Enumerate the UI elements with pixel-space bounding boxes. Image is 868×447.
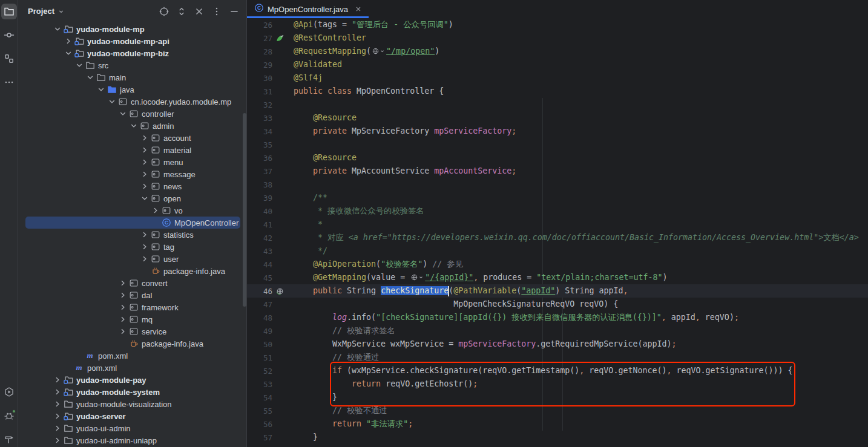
- code-line-35[interactable]: 35: [247, 138, 868, 151]
- code-line-43[interactable]: 43 */: [247, 244, 868, 258]
- code-line-48[interactable]: 48 log.info("[checkSignature][appId({}) …: [247, 311, 868, 324]
- tree-item-message[interactable]: message: [18, 168, 246, 180]
- code-line-50[interactable]: 50 WxMpService wxMpService = mpServiceFa…: [247, 338, 868, 351]
- chevron-right-icon[interactable]: [117, 278, 128, 288]
- chevron-right-icon[interactable]: [117, 302, 128, 312]
- chevron-right-icon[interactable]: [52, 423, 62, 433]
- chevron-right-icon[interactable]: [139, 230, 150, 240]
- tree-item-menu[interactable]: menu: [18, 156, 246, 168]
- tree-item-yudao-module-mp-api[interactable]: yudao-module-mp-api: [18, 35, 246, 47]
- rest-api-gutter-icon[interactable]: [272, 287, 287, 296]
- chevron-down-icon[interactable]: [139, 194, 150, 203]
- chevron-down-icon[interactable]: [117, 109, 128, 119]
- more-options-icon[interactable]: [211, 5, 223, 18]
- editor-tab[interactable]: C MpOpenController.java: [247, 0, 369, 18]
- code-line-56[interactable]: 56 return "非法请求";: [247, 417, 868, 431]
- code-line-26[interactable]: 26@Api(tags = "管理后台 - 公众号回调"): [247, 18, 868, 31]
- code-line-27[interactable]: 27@RestController: [247, 31, 868, 45]
- code-line-29[interactable]: 29@Validated: [247, 58, 868, 71]
- tree-item-MpOpenController[interactable]: CMpOpenController: [18, 217, 246, 229]
- expand-collapse-icon[interactable]: [176, 5, 188, 18]
- tree-item-yudao-ui-admin-uniapp[interactable]: yudao-ui-admin-uniapp: [18, 434, 246, 446]
- tree-item-yudao-module-system[interactable]: yudao-module-system: [18, 386, 246, 398]
- code-line-38[interactable]: 38: [247, 178, 868, 191]
- chevron-right-icon[interactable]: [139, 254, 150, 264]
- chevron-right-icon[interactable]: [139, 181, 150, 191]
- tree-item-main[interactable]: main: [18, 71, 246, 83]
- chevron-down-icon[interactable]: [74, 60, 84, 70]
- tree-item-material[interactable]: material: [18, 144, 246, 156]
- close-icon[interactable]: [354, 5, 363, 13]
- tree-item-statistics[interactable]: statistics: [18, 229, 246, 241]
- project-tree[interactable]: yudao-module-mpyudao-module-mp-apiyudao-…: [18, 23, 246, 447]
- tree-item-package-info-java[interactable]: package-info.java: [18, 338, 246, 350]
- code-line-46[interactable]: 46 public String checkSignature(@PathVar…: [247, 284, 868, 298]
- code-line-57[interactable]: 57 }: [247, 431, 868, 444]
- tree-item-pom-xml[interactable]: mpom.xml: [18, 350, 246, 362]
- chevron-right-icon[interactable]: [52, 399, 62, 409]
- chevron-down-icon[interactable]: [63, 48, 73, 58]
- tree-item-news[interactable]: news: [18, 180, 246, 192]
- tree-item-yudao-ui-admin[interactable]: yudao-ui-admin: [18, 422, 246, 434]
- project-panel-title[interactable]: Project: [28, 7, 54, 16]
- chevron-right-icon[interactable]: [139, 133, 150, 143]
- chevron-right-icon[interactable]: [117, 327, 128, 336]
- tree-item-yudao-module-pay[interactable]: yudao-module-pay: [18, 374, 246, 386]
- tree-item-controller[interactable]: controller: [18, 108, 246, 120]
- code-line-47[interactable]: 47 MpOpenCheckSignatureReqVO reqVO) {: [247, 298, 868, 311]
- build-icon[interactable]: [1, 431, 17, 447]
- tree-item-open[interactable]: open: [18, 192, 246, 204]
- chevron-right-icon[interactable]: [63, 36, 73, 46]
- tree-item-yudao-module-visualization[interactable]: yudao-module-visualization: [18, 398, 246, 410]
- code-line-45[interactable]: 45 @GetMapping(value = "/{appId}", produ…: [247, 271, 868, 284]
- spring-bean-gutter-icon[interactable]: [272, 34, 287, 43]
- tree-item-service[interactable]: service: [18, 325, 246, 338]
- tree-item-yudao-server[interactable]: yudao-server: [18, 410, 246, 422]
- chevron-right-icon[interactable]: [117, 290, 128, 300]
- url-inlay-globe-icon[interactable]: [410, 273, 424, 281]
- commit-icon[interactable]: [1, 27, 17, 43]
- chevron-down-icon[interactable]: [96, 85, 106, 94]
- url-inlay-globe-icon[interactable]: [372, 47, 385, 55]
- code-line-28[interactable]: 28@RequestMapping("/mp/open"): [247, 45, 868, 58]
- tree-item-java[interactable]: java: [18, 83, 246, 96]
- code-line-44[interactable]: 44 @ApiOperation("校验签名") // 参见: [247, 258, 868, 271]
- chevron-right-icon[interactable]: [52, 411, 62, 421]
- chevron-down-icon[interactable]: [85, 73, 95, 82]
- tree-item-framework[interactable]: framework: [18, 301, 246, 313]
- code-line-34[interactable]: 34 private MpServiceFactory mpServiceFac…: [247, 125, 868, 138]
- code-line-31[interactable]: 31public class MpOpenController {: [247, 85, 868, 98]
- chevron-right-icon[interactable]: [117, 315, 128, 324]
- tree-item-account[interactable]: account: [18, 132, 246, 144]
- code-line-32[interactable]: 32: [247, 98, 868, 111]
- tree-item-dal[interactable]: dal: [18, 289, 246, 301]
- chevron-down-icon[interactable]: [107, 97, 117, 106]
- tree-item-mq[interactable]: mq: [18, 313, 246, 325]
- tree-item-yudao-module-mp-biz[interactable]: yudao-module-mp-biz: [18, 47, 246, 59]
- hide-panel-icon[interactable]: [228, 5, 240, 18]
- chevron-right-icon[interactable]: [139, 157, 150, 167]
- project-icon[interactable]: [1, 4, 17, 19]
- tree-item-convert[interactable]: convert: [18, 277, 246, 289]
- chevron-down-icon[interactable]: [128, 121, 139, 131]
- chevron-right-icon[interactable]: [150, 206, 160, 215]
- locate-icon[interactable]: [158, 5, 170, 18]
- tree-item-admin[interactable]: admin: [18, 120, 246, 132]
- chevron-down-icon[interactable]: [52, 24, 62, 34]
- code-line-42[interactable]: 42 * 对应 <a href="https://developers.weix…: [247, 231, 868, 244]
- tree-item-pom-xml[interactable]: mpom.xml: [18, 362, 246, 374]
- code-line-49[interactable]: 49 // 校验请求签名: [247, 324, 868, 338]
- chevron-right-icon[interactable]: [52, 436, 62, 445]
- tree-item-cn-iocoder-yudao-module-mp[interactable]: cn.iocoder.yudao.module.mp: [18, 96, 246, 108]
- services-icon[interactable]: [1, 384, 17, 400]
- tree-item-vo[interactable]: vo: [18, 204, 246, 217]
- more-tools-icon[interactable]: [1, 74, 17, 90]
- tree-item-src[interactable]: src: [18, 59, 246, 71]
- chevron-right-icon[interactable]: [52, 387, 62, 397]
- tree-item-user[interactable]: user: [18, 253, 246, 265]
- problems-icon[interactable]: [1, 408, 17, 423]
- chevron-right-icon[interactable]: [52, 375, 62, 385]
- tree-item-package-info-java[interactable]: package-info.java: [18, 265, 246, 277]
- chevron-right-icon[interactable]: [139, 145, 150, 155]
- tree-scrollbar[interactable]: [243, 113, 246, 307]
